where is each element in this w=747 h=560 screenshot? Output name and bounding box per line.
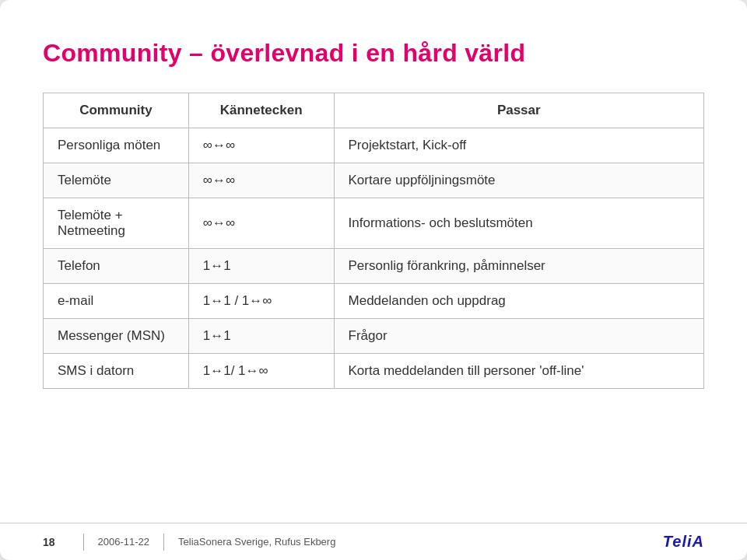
cell-community: Personliga möten: [44, 128, 189, 163]
footer: 18 2006-11-22 TeliaSonera Sverige, Rufus…: [0, 523, 747, 560]
slide-title: Community – överlevnad i en hård värld: [43, 39, 704, 68]
telia-logo: TeliA: [663, 533, 704, 551]
cell-passar: Kortare uppföljningsmöte: [334, 163, 703, 198]
table-row: Messenger (MSN)1↔1Frågor: [44, 319, 704, 354]
cell-kannetecken: 1↔1 / 1↔∞: [188, 284, 334, 319]
cell-kannetecken: ∞↔∞: [188, 198, 334, 249]
cell-kannetecken: 1↔1: [188, 319, 334, 354]
table-row: Telefon1↔1Personlig förankring, påminnel…: [44, 249, 704, 284]
table-row: SMS i datorn1↔1/ 1↔∞Korta meddelanden ti…: [44, 354, 704, 389]
footer-divider-1: [83, 534, 84, 551]
cell-kannetecken: 1↔1/ 1↔∞: [188, 354, 334, 389]
table-header-row: Community Kännetecken Passar: [44, 93, 704, 128]
cell-passar: Personlig förankring, påminnelser: [334, 249, 703, 284]
cell-passar: Korta meddelanden till personer 'off-lin…: [334, 354, 703, 389]
header-community: Community: [44, 93, 189, 128]
content-table: Community Kännetecken Passar Personliga …: [43, 93, 704, 389]
table-row: Telemöte∞↔∞Kortare uppföljningsmöte: [44, 163, 704, 198]
table-row: e-mail1↔1 / 1↔∞Meddelanden och uppdrag: [44, 284, 704, 319]
cell-passar: Informations- och beslutsmöten: [334, 198, 703, 249]
cell-community: e-mail: [44, 284, 189, 319]
table-row: Telemöte + Netmeeting∞↔∞Informations- oc…: [44, 198, 704, 249]
cell-kannetecken: ∞↔∞: [188, 163, 334, 198]
telia-logo-text: TeliA: [663, 533, 704, 551]
header-passar: Passar: [334, 93, 703, 128]
footer-page: 18: [43, 536, 55, 548]
cell-community: Telefon: [44, 249, 189, 284]
footer-date: 2006-11-22: [98, 536, 150, 548]
cell-community: Messenger (MSN): [44, 319, 189, 354]
cell-passar: Projektstart, Kick-off: [334, 128, 703, 163]
footer-company: TeliaSonera Sverige, Rufus Ekberg: [178, 536, 335, 548]
cell-kannetecken: 1↔1: [188, 249, 334, 284]
header-kannetecken: Kännetecken: [188, 93, 334, 128]
footer-divider-2: [163, 534, 164, 551]
cell-community: SMS i datorn: [44, 354, 189, 389]
cell-passar: Frågor: [334, 319, 703, 354]
cell-community: Telemöte + Netmeeting: [44, 198, 189, 249]
cell-kannetecken: ∞↔∞: [188, 128, 334, 163]
cell-community: Telemöte: [44, 163, 189, 198]
slide: Community – överlevnad i en hård värld C…: [0, 0, 747, 560]
cell-passar: Meddelanden och uppdrag: [334, 284, 703, 319]
table-row: Personliga möten∞↔∞Projektstart, Kick-of…: [44, 128, 704, 163]
